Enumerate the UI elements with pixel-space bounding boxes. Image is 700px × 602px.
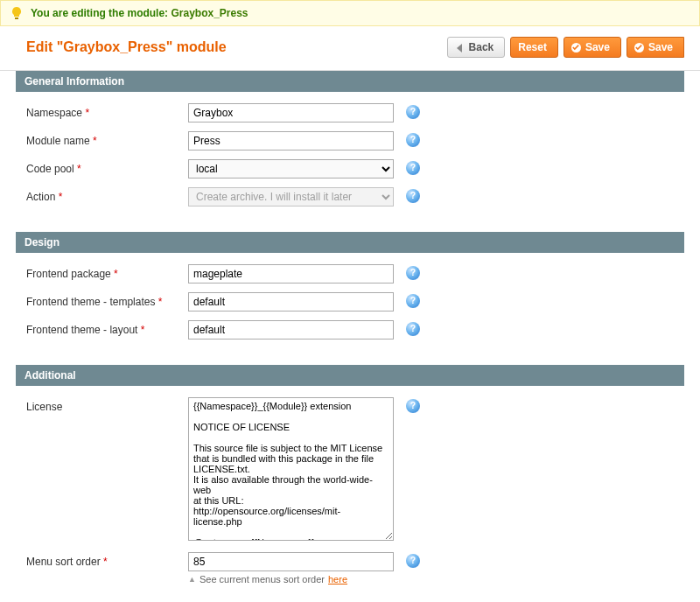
sort-order-link[interactable]: here [328,574,347,584]
page-title: Edit "Graybox_Press" module [26,39,227,55]
section-additional: Additional License Menu sort order * ▲ S… [16,365,684,601]
triangle-icon: ▲ [188,575,196,584]
reset-button[interactable]: Reset [510,37,558,58]
help-icon[interactable] [406,161,420,175]
section-header-additional: Additional [16,365,684,386]
section-general: General Information Namespace * Module n… [16,71,684,223]
label-action: Action * [26,187,188,203]
code-pool-select[interactable]: local [188,159,394,178]
svg-rect-0 [15,18,18,19]
section-header-design: Design [16,232,684,253]
notice-bar: You are editing the module: Graybox_Pres… [0,0,700,26]
label-frontend-package: Frontend package * [26,264,188,280]
action-select: Create archive. I will install it later [188,187,394,206]
section-header-general: General Information [16,71,684,92]
theme-templates-input[interactable] [188,292,394,312]
back-button[interactable]: Back [447,37,506,58]
help-icon[interactable] [406,105,420,119]
theme-layout-input[interactable] [188,320,394,340]
section-design: Design Frontend package * Frontend theme… [16,232,684,356]
label-namespace: Namespace * [26,103,188,119]
save-button[interactable]: Save [564,37,621,58]
help-icon[interactable] [406,322,420,336]
license-textarea[interactable] [188,397,394,541]
toolbar: Back Reset Save Save [447,37,684,58]
back-arrow-icon [455,43,465,52]
check-icon [571,43,581,52]
save-continue-button[interactable]: Save [626,37,684,58]
label-module-name: Module name * [26,131,188,147]
page-header: Edit "Graybox_Press" module Back Reset S… [0,26,700,71]
help-icon[interactable] [406,133,420,147]
namespace-input[interactable] [188,103,394,122]
label-theme-templates: Frontend theme - templates * [26,292,188,308]
lightbulb-icon [10,6,24,20]
check-icon [634,43,644,52]
help-icon[interactable] [406,266,420,280]
label-license: License [26,397,188,413]
help-icon[interactable] [406,189,420,203]
menu-sort-hint: ▲ See current menus sort order here [188,574,394,584]
help-icon[interactable] [406,554,420,568]
label-code-pool: Code pool * [26,159,188,175]
notice-text: You are editing the module: Graybox_Pres… [31,7,248,19]
label-menu-sort: Menu sort order * [26,552,188,568]
help-icon[interactable] [406,399,420,413]
label-theme-layout: Frontend theme - layout * [26,320,188,336]
menu-sort-input[interactable] [188,552,394,571]
frontend-package-input[interactable] [188,264,394,284]
help-icon[interactable] [406,294,420,308]
module-name-input[interactable] [188,131,394,150]
